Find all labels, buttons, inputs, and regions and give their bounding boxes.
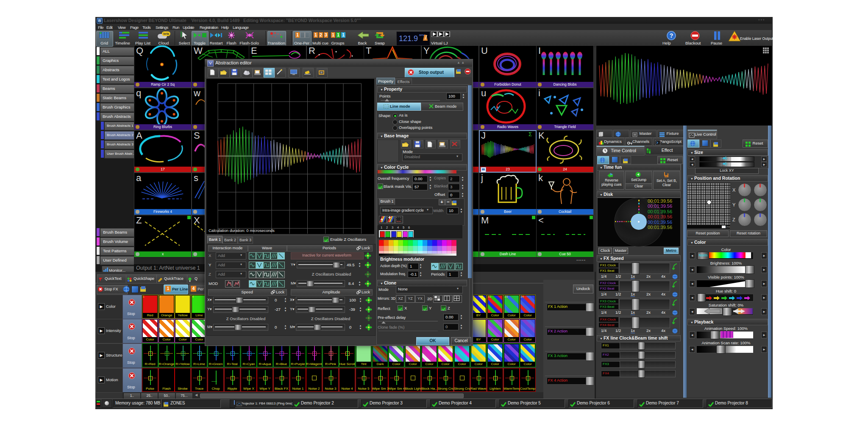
svg-text:1: 1 (342, 33, 345, 37)
svg-text:2: 2 (320, 33, 322, 37)
svg-text:1: 1 (296, 33, 299, 37)
svg-text:+: + (381, 217, 383, 222)
svg-text:?: ? (670, 32, 673, 39)
svg-text:1: 1 (332, 33, 334, 37)
svg-text:3: 3 (325, 33, 327, 37)
svg-text:1: 1 (314, 33, 317, 37)
svg-text:1: 1 (337, 33, 339, 37)
